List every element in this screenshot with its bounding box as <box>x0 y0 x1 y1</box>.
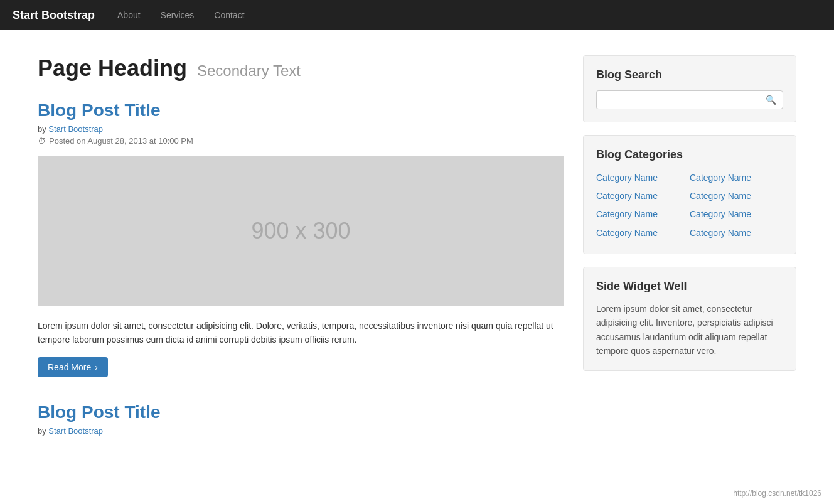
read-more-label-1: Read More <box>48 362 91 372</box>
blog-categories-heading: Blog Categories <box>596 148 783 161</box>
blog-search-widget: Blog Search 🔍 <box>583 55 796 122</box>
clock-icon: ⏱ <box>38 136 46 146</box>
navbar-item-services: Services <box>151 1 205 29</box>
category-link-8[interactable]: Category Name <box>690 225 783 241</box>
category-link-3[interactable]: Category Name <box>596 188 690 204</box>
side-widget-heading: Side Widget Well <box>596 280 783 293</box>
navbar-links: About Services Contact <box>107 1 255 29</box>
categories-grid: Category Name Category Name Category Nam… <box>596 170 783 241</box>
blog-post-1-timestamp: ⏱ Posted on August 28, 2013 at 10:00 PM <box>38 136 564 146</box>
blog-search-heading: Blog Search <box>596 68 783 82</box>
read-more-button-1[interactable]: Read More › <box>38 357 108 377</box>
blog-post-2-meta: by Start Bootstrap <box>38 426 564 436</box>
category-link-6[interactable]: Category Name <box>690 206 783 222</box>
search-icon: 🔍 <box>766 95 776 105</box>
page-secondary-text: Secondary Text <box>197 62 301 79</box>
blog-post-2-title[interactable]: Blog Post Title <box>38 402 564 422</box>
blog-post-1-author[interactable]: Start Bootstrap <box>48 124 103 134</box>
search-input[interactable] <box>596 90 759 109</box>
category-link-1[interactable]: Category Name <box>596 170 690 186</box>
blog-post-1: Blog Post Title by Start Bootstrap ⏱ Pos… <box>38 100 564 377</box>
page-wrapper: Page Heading Secondary Text Blog Post Ti… <box>0 30 834 486</box>
navbar-link-contact[interactable]: Contact <box>204 1 254 29</box>
blog-post-1-title[interactable]: Blog Post Title <box>38 100 564 121</box>
side-widget-well: Side Widget Well Lorem ipsum dolor sit a… <box>583 267 796 372</box>
blog-post-2-author[interactable]: Start Bootstrap <box>48 426 103 436</box>
side-widget-text: Lorem ipsum dolor sit amet, consectetur … <box>596 302 783 358</box>
chevron-right-icon: › <box>95 362 98 372</box>
navbar-item-about: About <box>107 1 151 29</box>
navbar-link-about[interactable]: About <box>107 1 151 29</box>
blog-post-2: Blog Post Title by Start Bootstrap <box>38 402 564 436</box>
search-form: 🔍 <box>596 90 783 109</box>
category-link-4[interactable]: Category Name <box>690 188 783 204</box>
blog-post-1-image-label: 900 x 300 <box>251 218 350 244</box>
blog-post-1-meta: by Start Bootstrap <box>38 124 564 134</box>
navbar-brand[interactable]: Start Bootstrap <box>13 9 95 22</box>
blog-categories-widget: Blog Categories Category Name Category N… <box>583 135 796 254</box>
navbar: Start Bootstrap About Services Contact <box>0 0 834 30</box>
main-content: Page Heading Secondary Text Blog Post Ti… <box>38 55 564 461</box>
blog-post-1-image: 900 x 300 <box>38 156 564 306</box>
blog-post-1-date: Posted on August 28, 2013 at 10:00 PM <box>49 136 193 146</box>
page-heading-block: Page Heading Secondary Text <box>38 55 564 82</box>
category-link-2[interactable]: Category Name <box>690 170 783 186</box>
category-link-7[interactable]: Category Name <box>596 225 690 241</box>
navbar-link-services[interactable]: Services <box>151 1 205 29</box>
category-link-5[interactable]: Category Name <box>596 206 690 222</box>
blog-post-1-excerpt: Lorem ipsum dolor sit amet, consectetur … <box>38 319 564 347</box>
navbar-item-contact: Contact <box>204 1 254 29</box>
search-button[interactable]: 🔍 <box>759 90 783 109</box>
page-title: Page Heading <box>38 55 187 81</box>
sidebar: Blog Search 🔍 Blog Categories Category N… <box>583 55 796 461</box>
